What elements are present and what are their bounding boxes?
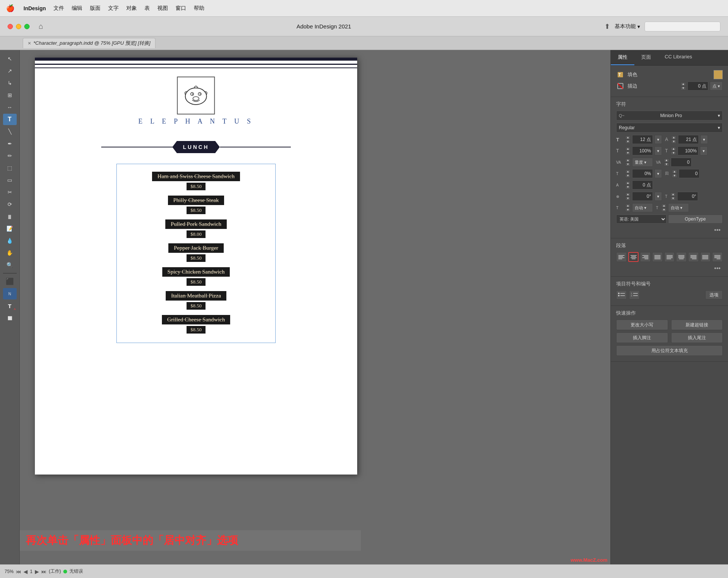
scale-v-spinbox[interactable]: ▲ ▼ ▾ xyxy=(671,146,708,155)
close-window-button[interactable] xyxy=(8,24,13,29)
leading-input[interactable] xyxy=(678,135,699,144)
auto2-spinbox[interactable]: ▲ ▼ 自动 ▾ xyxy=(661,203,689,212)
skew-input[interactable] xyxy=(679,169,700,178)
scale-h-input[interactable] xyxy=(632,146,653,155)
tool-mode-normal[interactable]: N xyxy=(3,288,17,299)
menu-item-price-2[interactable]: $8.00 xyxy=(187,230,205,238)
tool-zoom[interactable]: 🔍 xyxy=(3,259,17,271)
rotation1-dropdown[interactable]: ▾ xyxy=(654,192,662,201)
skew-down[interactable]: ▼ xyxy=(672,174,677,178)
align-justify-center-button[interactable] xyxy=(676,252,687,262)
menu-table[interactable]: 表 xyxy=(144,5,150,12)
kerning-spinbox[interactable]: ▲ ▼ 量度 ▾ xyxy=(625,158,653,167)
baseline-shift-up[interactable]: ▲ xyxy=(625,181,631,185)
baseline-up[interactable]: ▲ xyxy=(625,170,631,174)
tab-close-button[interactable]: ✕ xyxy=(28,41,31,46)
scale-h-dropdown[interactable]: ▾ xyxy=(654,146,662,155)
auto1-spinbox[interactable]: ▲ ▼ 自动 ▾ xyxy=(625,203,653,212)
insert-footnote-button[interactable]: 插入脚注 xyxy=(616,332,668,343)
baseline-down[interactable]: ▼ xyxy=(625,174,631,178)
leading-dropdown[interactable]: ▾ xyxy=(700,135,708,144)
font-size-down[interactable]: ▼ xyxy=(625,140,631,144)
stroke-unit-dropdown[interactable]: 点 ▾ xyxy=(710,81,723,91)
tool-select-arrow2[interactable]: ↗ xyxy=(3,65,17,77)
stroke-value-input[interactable] xyxy=(687,81,708,91)
align-left-button[interactable] xyxy=(616,252,627,262)
rotation2-down[interactable]: ▼ xyxy=(670,197,676,200)
tool-free-transform[interactable]: ⟳ xyxy=(3,199,17,210)
tool-select-arrow1[interactable]: ↖ xyxy=(3,53,17,64)
rotation2-up[interactable]: ▲ xyxy=(670,193,676,196)
fill-placeholder-button[interactable]: 用占位符文本填充 xyxy=(616,345,723,356)
scale-v-input[interactable] xyxy=(678,146,698,155)
auto1-down[interactable]: ▼ xyxy=(625,208,631,212)
apple-menu[interactable]: 🍎 xyxy=(6,4,14,13)
menu-item-name-5[interactable]: Italian Meatball Pizza xyxy=(166,291,226,301)
tool-pencil[interactable]: ✏ xyxy=(3,150,17,161)
insert-endnote-button[interactable]: 插入尾注 xyxy=(671,332,723,343)
menu-item-name-4[interactable]: Spicy Chicken Sandwich xyxy=(162,267,230,277)
menu-layout[interactable]: 版面 xyxy=(90,5,100,12)
baseline-dropdown[interactable]: ▾ xyxy=(654,169,662,178)
leading-spinbox[interactable]: ▲ ▼ ▾ xyxy=(671,135,708,144)
rotation2-input[interactable] xyxy=(677,192,698,201)
menu-type[interactable]: 文字 xyxy=(108,5,119,12)
font-style-selector[interactable]: Regular ▾ xyxy=(616,123,723,133)
tool-scissors[interactable]: ✂ xyxy=(3,186,17,198)
search-input[interactable] xyxy=(645,22,720,31)
kerning-down[interactable]: ▼ xyxy=(625,163,631,166)
align-center-button[interactable] xyxy=(628,252,639,262)
tool-page[interactable]: ⊞ xyxy=(3,89,17,101)
auto1-up[interactable]: ▲ xyxy=(625,204,631,208)
baseline-shift-input[interactable] xyxy=(632,180,653,190)
tracking-input[interactable] xyxy=(671,158,692,167)
tab-pages[interactable]: 页面 xyxy=(634,50,658,65)
tool-gradient[interactable]: ▓ xyxy=(3,211,17,222)
workspace-selector[interactable]: 基本功能 ▾ xyxy=(615,23,640,30)
font-size-spinbox[interactable]: ▲ ▼ ▾ xyxy=(625,135,662,144)
minimize-window-button[interactable] xyxy=(16,24,21,29)
paragraph-more-button[interactable]: ••• xyxy=(712,264,723,273)
tool-fill-stroke-indicator[interactable]: ⬛ xyxy=(3,276,17,287)
scale-h-spinbox[interactable]: ▲ ▼ ▾ xyxy=(625,146,662,155)
menu-indesign[interactable]: InDesign xyxy=(24,5,46,11)
scale-h-down[interactable]: ▼ xyxy=(625,151,631,155)
align-justify-right-button[interactable] xyxy=(688,252,699,262)
menu-window[interactable]: 窗口 xyxy=(176,5,186,12)
numbered-list-button[interactable]: 1.2. xyxy=(629,290,640,299)
fill-color-swatch[interactable] xyxy=(714,70,723,79)
new-hyperlink-button[interactable]: 新建超链接 xyxy=(671,320,723,330)
baseline-shift-spinbox[interactable]: ▲ ▼ xyxy=(625,180,653,190)
menu-item-price-3[interactable]: $8.50 xyxy=(187,254,205,262)
align-right-justify-button[interactable] xyxy=(712,252,723,262)
tracking-down[interactable]: ▼ xyxy=(664,163,669,166)
document-canvas[interactable]: E L E P H A N T U S LUNCH Ham and Swiss … xyxy=(35,58,357,475)
menu-item-price-1[interactable]: $8.50 xyxy=(187,207,205,214)
document-tab[interactable]: ✕ *Character_paragraph.indd @ 75% [GPU 预… xyxy=(23,38,155,48)
rotation2-spinbox[interactable]: ▲ ▼ xyxy=(670,192,698,201)
font-family-selector[interactable]: Q~ Minion Pro ▾ xyxy=(616,111,723,121)
baseline-spinbox[interactable]: ▲ ▼ ▾ xyxy=(625,169,662,178)
menu-item-price-6[interactable]: $8.50 xyxy=(187,326,205,334)
menu-object[interactable]: 对象 xyxy=(126,5,137,12)
skew-up[interactable]: ▲ xyxy=(672,170,677,174)
menu-item-price-4[interactable]: $8.50 xyxy=(187,278,205,286)
auto2-up[interactable]: ▲ xyxy=(661,204,667,208)
last-page-button[interactable]: ⏭ xyxy=(41,569,47,575)
list-options-button[interactable]: 选项 xyxy=(705,290,723,299)
tab-cc-libraries[interactable]: CC Libraries xyxy=(658,50,699,65)
baseline-input[interactable] xyxy=(632,169,653,178)
skew-spinbox[interactable]: ▲ ▼ xyxy=(672,169,700,178)
align-justify-all-button[interactable] xyxy=(700,252,711,262)
auto2-down[interactable]: ▼ xyxy=(661,208,667,212)
tool-gap[interactable]: ↔ xyxy=(3,102,17,113)
stroke-up-arrow[interactable]: ▲ xyxy=(681,82,686,86)
first-page-button[interactable]: ⏮ xyxy=(16,569,21,575)
scale-v-dropdown[interactable]: ▾ xyxy=(700,146,708,155)
align-right-button[interactable] xyxy=(640,252,651,262)
scale-h-up[interactable]: ▲ xyxy=(625,147,631,151)
tool-rectangle-frame[interactable]: ⬚ xyxy=(3,162,17,174)
leading-down[interactable]: ▼ xyxy=(671,140,676,144)
menu-item-price-5[interactable]: $8.50 xyxy=(187,302,205,310)
home-icon[interactable]: ⌂ xyxy=(39,22,43,31)
